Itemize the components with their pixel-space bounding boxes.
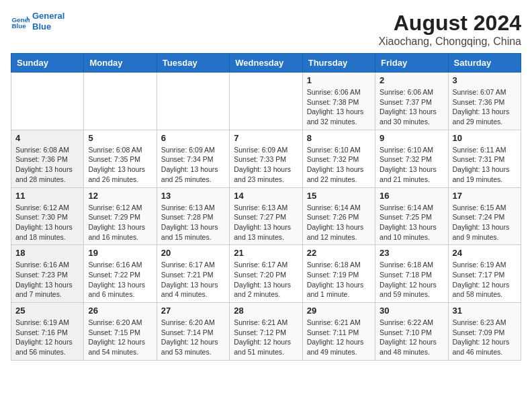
calendar-cell <box>157 73 229 130</box>
logo-line2: Blue <box>32 21 51 32</box>
calendar-cell: 16Sunrise: 6:14 AM Sunset: 7:25 PM Dayli… <box>375 187 448 245</box>
cell-content: Sunrise: 6:10 AM Sunset: 7:32 PM Dayligh… <box>307 145 371 185</box>
calendar-cell: 18Sunrise: 6:16 AM Sunset: 7:23 PM Dayli… <box>11 245 84 303</box>
weekday-header: Tuesday <box>157 54 229 73</box>
calendar-cell: 12Sunrise: 6:12 AM Sunset: 7:29 PM Dayli… <box>84 187 157 245</box>
cell-date-number: 3 <box>453 75 517 85</box>
calendar-cell: 19Sunrise: 6:16 AM Sunset: 7:22 PM Dayli… <box>84 245 157 303</box>
cell-content: Sunrise: 6:06 AM Sunset: 7:38 PM Dayligh… <box>307 87 371 127</box>
calendar-cell <box>84 73 157 130</box>
cell-date-number: 13 <box>161 191 225 201</box>
cell-date-number: 24 <box>453 248 517 258</box>
calendar-cell: 25Sunrise: 6:19 AM Sunset: 7:16 PM Dayli… <box>11 303 84 361</box>
calendar-week-row: 4Sunrise: 6:08 AM Sunset: 7:36 PM Daylig… <box>11 130 521 187</box>
cell-content: Sunrise: 6:23 AM Sunset: 7:09 PM Dayligh… <box>453 318 517 357</box>
cell-content: Sunrise: 6:19 AM Sunset: 7:17 PM Dayligh… <box>453 260 517 300</box>
cell-content: Sunrise: 6:17 AM Sunset: 7:21 PM Dayligh… <box>161 260 225 300</box>
cell-content: Sunrise: 6:15 AM Sunset: 7:24 PM Dayligh… <box>453 203 517 242</box>
cell-date-number: 14 <box>234 191 298 201</box>
weekday-header: Thursday <box>302 54 375 73</box>
cell-date-number: 21 <box>234 248 298 258</box>
calendar-cell: 9Sunrise: 6:10 AM Sunset: 7:32 PM Daylig… <box>375 130 448 187</box>
cell-content: Sunrise: 6:17 AM Sunset: 7:20 PM Dayligh… <box>234 260 298 300</box>
calendar-cell: 17Sunrise: 6:15 AM Sunset: 7:24 PM Dayli… <box>448 187 521 245</box>
calendar-cell: 11Sunrise: 6:12 AM Sunset: 7:30 PM Dayli… <box>11 187 84 245</box>
weekday-header: Saturday <box>448 54 521 73</box>
cell-content: Sunrise: 6:09 AM Sunset: 7:34 PM Dayligh… <box>161 145 225 185</box>
cell-date-number: 18 <box>15 248 79 258</box>
cell-content: Sunrise: 6:11 AM Sunset: 7:31 PM Dayligh… <box>453 145 517 185</box>
cell-date-number: 23 <box>380 248 443 258</box>
calendar-cell: 10Sunrise: 6:11 AM Sunset: 7:31 PM Dayli… <box>448 130 521 187</box>
weekday-header: Friday <box>375 54 448 73</box>
cell-date-number: 12 <box>88 191 152 201</box>
cell-date-number: 9 <box>380 133 443 143</box>
cell-content: Sunrise: 6:06 AM Sunset: 7:37 PM Dayligh… <box>380 87 443 127</box>
calendar-cell: 22Sunrise: 6:18 AM Sunset: 7:19 PM Dayli… <box>302 245 375 303</box>
cell-content: Sunrise: 6:22 AM Sunset: 7:10 PM Dayligh… <box>380 318 443 357</box>
page-subtitle: Xiaochang, Chongqing, China <box>378 36 521 48</box>
calendar-header-row: SundayMondayTuesdayWednesdayThursdayFrid… <box>11 54 521 73</box>
calendar-cell: 21Sunrise: 6:17 AM Sunset: 7:20 PM Dayli… <box>230 245 302 303</box>
cell-date-number: 7 <box>234 133 298 143</box>
calendar-cell: 6Sunrise: 6:09 AM Sunset: 7:34 PM Daylig… <box>157 130 229 187</box>
cell-date-number: 15 <box>307 191 371 201</box>
cell-content: Sunrise: 6:16 AM Sunset: 7:23 PM Dayligh… <box>15 260 79 300</box>
cell-content: Sunrise: 6:07 AM Sunset: 7:36 PM Dayligh… <box>453 87 517 127</box>
calendar-week-row: 25Sunrise: 6:19 AM Sunset: 7:16 PM Dayli… <box>11 303 521 361</box>
cell-date-number: 1 <box>307 75 371 85</box>
cell-date-number: 30 <box>380 306 443 316</box>
calendar-table: SundayMondayTuesdayWednesdayThursdayFrid… <box>11 53 521 361</box>
calendar-cell: 20Sunrise: 6:17 AM Sunset: 7:21 PM Dayli… <box>157 245 229 303</box>
weekday-header: Sunday <box>11 54 84 73</box>
logo-icon: General Blue <box>11 12 30 31</box>
cell-date-number: 29 <box>307 306 371 316</box>
page-title: August 2024 <box>378 11 521 36</box>
cell-content: Sunrise: 6:20 AM Sunset: 7:14 PM Dayligh… <box>161 318 225 357</box>
calendar-week-row: 18Sunrise: 6:16 AM Sunset: 7:23 PM Dayli… <box>11 245 521 303</box>
title-block: August 2024 Xiaochang, Chongqing, China <box>378 11 521 48</box>
cell-date-number: 22 <box>307 248 371 258</box>
cell-date-number: 10 <box>453 133 517 143</box>
cell-date-number: 17 <box>453 191 517 201</box>
calendar-cell: 31Sunrise: 6:23 AM Sunset: 7:09 PM Dayli… <box>448 303 521 361</box>
calendar-week-row: 11Sunrise: 6:12 AM Sunset: 7:30 PM Dayli… <box>11 187 521 245</box>
calendar-cell: 7Sunrise: 6:09 AM Sunset: 7:33 PM Daylig… <box>230 130 302 187</box>
cell-date-number: 26 <box>88 306 152 316</box>
calendar-cell: 28Sunrise: 6:21 AM Sunset: 7:12 PM Dayli… <box>230 303 302 361</box>
cell-date-number: 16 <box>380 191 443 201</box>
cell-date-number: 2 <box>380 75 443 85</box>
cell-content: Sunrise: 6:21 AM Sunset: 7:11 PM Dayligh… <box>307 318 371 357</box>
cell-content: Sunrise: 6:09 AM Sunset: 7:33 PM Dayligh… <box>234 145 298 185</box>
cell-content: Sunrise: 6:12 AM Sunset: 7:30 PM Dayligh… <box>15 203 79 242</box>
calendar-cell: 29Sunrise: 6:21 AM Sunset: 7:11 PM Dayli… <box>302 303 375 361</box>
calendar-cell: 26Sunrise: 6:20 AM Sunset: 7:15 PM Dayli… <box>84 303 157 361</box>
calendar-cell: 13Sunrise: 6:13 AM Sunset: 7:28 PM Dayli… <box>157 187 229 245</box>
cell-content: Sunrise: 6:13 AM Sunset: 7:28 PM Dayligh… <box>161 203 225 242</box>
calendar-cell: 23Sunrise: 6:18 AM Sunset: 7:18 PM Dayli… <box>375 245 448 303</box>
page-header: General Blue General Blue August 2024 Xi… <box>11 11 521 48</box>
cell-content: Sunrise: 6:08 AM Sunset: 7:35 PM Dayligh… <box>88 145 152 185</box>
cell-date-number: 20 <box>161 248 225 258</box>
weekday-header: Wednesday <box>230 54 302 73</box>
cell-date-number: 31 <box>453 306 517 316</box>
calendar-cell: 5Sunrise: 6:08 AM Sunset: 7:35 PM Daylig… <box>84 130 157 187</box>
cell-date-number: 19 <box>88 248 152 258</box>
cell-content: Sunrise: 6:10 AM Sunset: 7:32 PM Dayligh… <box>380 145 443 185</box>
svg-text:Blue: Blue <box>11 21 26 29</box>
cell-date-number: 6 <box>161 133 225 143</box>
calendar-cell <box>11 73 84 130</box>
calendar-cell: 15Sunrise: 6:14 AM Sunset: 7:26 PM Dayli… <box>302 187 375 245</box>
cell-date-number: 11 <box>15 191 79 201</box>
cell-date-number: 4 <box>15 133 79 143</box>
cell-content: Sunrise: 6:21 AM Sunset: 7:12 PM Dayligh… <box>234 318 298 357</box>
cell-content: Sunrise: 6:18 AM Sunset: 7:18 PM Dayligh… <box>380 260 443 300</box>
calendar-cell: 27Sunrise: 6:20 AM Sunset: 7:14 PM Dayli… <box>157 303 229 361</box>
calendar-cell: 14Sunrise: 6:13 AM Sunset: 7:27 PM Dayli… <box>230 187 302 245</box>
cell-date-number: 8 <box>307 133 371 143</box>
cell-date-number: 25 <box>15 306 79 316</box>
calendar-cell: 24Sunrise: 6:19 AM Sunset: 7:17 PM Dayli… <box>448 245 521 303</box>
calendar-cell: 8Sunrise: 6:10 AM Sunset: 7:32 PM Daylig… <box>302 130 375 187</box>
calendar-cell: 1Sunrise: 6:06 AM Sunset: 7:38 PM Daylig… <box>302 73 375 130</box>
logo-text: General Blue <box>32 11 64 32</box>
